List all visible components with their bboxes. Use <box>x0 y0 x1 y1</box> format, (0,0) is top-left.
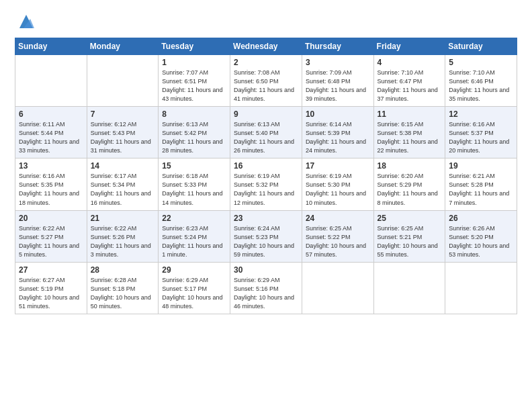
day-info: Sunrise: 6:25 AM Sunset: 5:21 PM Dayligh… <box>378 224 442 259</box>
day-number: 18 <box>378 161 442 171</box>
calendar-cell: 17Sunrise: 6:19 AM Sunset: 5:30 PM Dayli… <box>302 158 373 210</box>
day-info: Sunrise: 6:15 AM Sunset: 5:38 PM Dayligh… <box>378 120 442 155</box>
day-info: Sunrise: 6:13 AM Sunset: 5:42 PM Dayligh… <box>162 120 226 155</box>
day-number: 16 <box>234 161 298 171</box>
day-info: Sunrise: 7:10 AM Sunset: 6:46 PM Dayligh… <box>449 68 513 103</box>
day-info: Sunrise: 6:26 AM Sunset: 5:20 PM Dayligh… <box>449 224 513 259</box>
day-info: Sunrise: 6:20 AM Sunset: 5:29 PM Dayligh… <box>378 172 442 207</box>
day-info: Sunrise: 6:17 AM Sunset: 5:34 PM Dayligh… <box>91 172 155 207</box>
calendar-cell: 15Sunrise: 6:18 AM Sunset: 5:33 PM Dayli… <box>159 158 230 210</box>
day-number: 7 <box>91 109 155 119</box>
logo-icon <box>17 12 36 31</box>
day-number: 30 <box>234 265 298 275</box>
calendar-cell: 4Sunrise: 7:10 AM Sunset: 6:47 PM Daylig… <box>373 55 445 107</box>
calendar-cell: 3Sunrise: 7:09 AM Sunset: 6:48 PM Daylig… <box>302 55 373 107</box>
day-number: 28 <box>91 265 155 275</box>
calendar-cell: 28Sunrise: 6:28 AM Sunset: 5:18 PM Dayli… <box>87 262 159 314</box>
calendar-cell: 25Sunrise: 6:25 AM Sunset: 5:21 PM Dayli… <box>373 210 445 262</box>
day-number: 4 <box>378 58 442 67</box>
day-number: 10 <box>306 109 370 119</box>
day-info: Sunrise: 6:21 AM Sunset: 5:28 PM Dayligh… <box>449 172 513 207</box>
day-info: Sunrise: 6:11 AM Sunset: 5:44 PM Dayligh… <box>19 120 83 155</box>
day-number: 6 <box>19 109 83 119</box>
day-number: 2 <box>234 58 298 67</box>
calendar-cell: 24Sunrise: 6:25 AM Sunset: 5:22 PM Dayli… <box>302 210 373 262</box>
header <box>15 12 517 31</box>
day-number: 25 <box>378 214 442 223</box>
col-header-wednesday: Wednesday <box>230 38 302 55</box>
day-info: Sunrise: 6:29 AM Sunset: 5:17 PM Dayligh… <box>162 276 226 311</box>
calendar-cell: 7Sunrise: 6:12 AM Sunset: 5:43 PM Daylig… <box>87 107 159 158</box>
calendar-week-row: 13Sunrise: 6:16 AM Sunset: 5:35 PM Dayli… <box>15 158 517 210</box>
day-number: 8 <box>162 109 226 119</box>
calendar-cell: 29Sunrise: 6:29 AM Sunset: 5:17 PM Dayli… <box>159 262 230 314</box>
day-number: 20 <box>19 214 83 223</box>
day-number: 9 <box>234 109 298 119</box>
col-header-friday: Friday <box>373 38 445 55</box>
day-number: 21 <box>91 214 155 223</box>
calendar-cell: 21Sunrise: 6:22 AM Sunset: 5:26 PM Dayli… <box>87 210 159 262</box>
day-info: Sunrise: 6:29 AM Sunset: 5:16 PM Dayligh… <box>234 276 298 311</box>
day-number: 13 <box>19 161 83 171</box>
day-info: Sunrise: 6:16 AM Sunset: 5:37 PM Dayligh… <box>449 120 513 155</box>
day-number: 11 <box>378 109 442 119</box>
calendar-cell: 8Sunrise: 6:13 AM Sunset: 5:42 PM Daylig… <box>159 107 230 158</box>
day-info: Sunrise: 7:10 AM Sunset: 6:47 PM Dayligh… <box>378 68 442 103</box>
calendar-cell: 14Sunrise: 6:17 AM Sunset: 5:34 PM Dayli… <box>87 158 159 210</box>
calendar-week-row: 6Sunrise: 6:11 AM Sunset: 5:44 PM Daylig… <box>15 107 517 158</box>
calendar-cell: 6Sunrise: 6:11 AM Sunset: 5:44 PM Daylig… <box>15 107 87 158</box>
calendar-cell: 22Sunrise: 6:23 AM Sunset: 5:24 PM Dayli… <box>159 210 230 262</box>
day-number: 19 <box>449 161 513 171</box>
day-info: Sunrise: 6:12 AM Sunset: 5:43 PM Dayligh… <box>91 120 155 155</box>
day-number: 15 <box>162 161 226 171</box>
calendar-cell: 2Sunrise: 7:08 AM Sunset: 6:50 PM Daylig… <box>230 55 302 107</box>
day-number: 23 <box>234 214 298 223</box>
calendar-week-row: 20Sunrise: 6:22 AM Sunset: 5:27 PM Dayli… <box>15 210 517 262</box>
day-info: Sunrise: 6:27 AM Sunset: 5:19 PM Dayligh… <box>19 276 83 311</box>
calendar-cell: 18Sunrise: 6:20 AM Sunset: 5:29 PM Dayli… <box>373 158 445 210</box>
day-info: Sunrise: 6:19 AM Sunset: 5:32 PM Dayligh… <box>234 172 298 207</box>
day-info: Sunrise: 6:13 AM Sunset: 5:40 PM Dayligh… <box>234 120 298 155</box>
calendar-cell: 9Sunrise: 6:13 AM Sunset: 5:40 PM Daylig… <box>230 107 302 158</box>
day-number: 26 <box>449 214 513 223</box>
day-info: Sunrise: 7:07 AM Sunset: 6:51 PM Dayligh… <box>162 68 226 103</box>
day-info: Sunrise: 6:22 AM Sunset: 5:27 PM Dayligh… <box>19 224 83 259</box>
calendar-cell: 10Sunrise: 6:14 AM Sunset: 5:39 PM Dayli… <box>302 107 373 158</box>
calendar-cell: 30Sunrise: 6:29 AM Sunset: 5:16 PM Dayli… <box>230 262 302 314</box>
col-header-sunday: Sunday <box>15 38 87 55</box>
day-info: Sunrise: 6:23 AM Sunset: 5:24 PM Dayligh… <box>162 224 226 259</box>
calendar-week-row: 27Sunrise: 6:27 AM Sunset: 5:19 PM Dayli… <box>15 262 517 314</box>
calendar-cell: 23Sunrise: 6:24 AM Sunset: 5:23 PM Dayli… <box>230 210 302 262</box>
calendar-cell <box>373 262 445 314</box>
day-info: Sunrise: 7:08 AM Sunset: 6:50 PM Dayligh… <box>234 68 298 103</box>
calendar-cell <box>445 262 517 314</box>
calendar-cell: 12Sunrise: 6:16 AM Sunset: 5:37 PM Dayli… <box>445 107 517 158</box>
calendar-table: SundayMondayTuesdayWednesdayThursdayFrid… <box>15 38 517 314</box>
col-header-thursday: Thursday <box>302 38 373 55</box>
calendar-cell: 11Sunrise: 6:15 AM Sunset: 5:38 PM Dayli… <box>373 107 445 158</box>
calendar-cell: 27Sunrise: 6:27 AM Sunset: 5:19 PM Dayli… <box>15 262 87 314</box>
calendar-cell <box>87 55 159 107</box>
day-info: Sunrise: 6:24 AM Sunset: 5:23 PM Dayligh… <box>234 224 298 259</box>
day-number: 22 <box>162 214 226 223</box>
calendar-cell <box>302 262 373 314</box>
calendar-cell: 16Sunrise: 6:19 AM Sunset: 5:32 PM Dayli… <box>230 158 302 210</box>
col-header-saturday: Saturday <box>445 38 517 55</box>
calendar-cell <box>15 55 87 107</box>
day-info: Sunrise: 7:09 AM Sunset: 6:48 PM Dayligh… <box>306 68 370 103</box>
calendar-cell: 1Sunrise: 7:07 AM Sunset: 6:51 PM Daylig… <box>159 55 230 107</box>
day-number: 27 <box>19 265 83 275</box>
col-header-monday: Monday <box>87 38 159 55</box>
day-number: 29 <box>162 265 226 275</box>
day-info: Sunrise: 6:16 AM Sunset: 5:35 PM Dayligh… <box>19 172 83 207</box>
day-info: Sunrise: 6:19 AM Sunset: 5:30 PM Dayligh… <box>306 172 370 207</box>
day-number: 1 <box>162 58 226 67</box>
day-number: 12 <box>449 109 513 119</box>
calendar-cell: 13Sunrise: 6:16 AM Sunset: 5:35 PM Dayli… <box>15 158 87 210</box>
calendar-cell: 19Sunrise: 6:21 AM Sunset: 5:28 PM Dayli… <box>445 158 517 210</box>
calendar-header-row: SundayMondayTuesdayWednesdayThursdayFrid… <box>15 38 517 55</box>
day-number: 14 <box>91 161 155 171</box>
day-number: 24 <box>306 214 370 223</box>
day-info: Sunrise: 6:28 AM Sunset: 5:18 PM Dayligh… <box>91 276 155 311</box>
calendar-cell: 5Sunrise: 7:10 AM Sunset: 6:46 PM Daylig… <box>445 55 517 107</box>
